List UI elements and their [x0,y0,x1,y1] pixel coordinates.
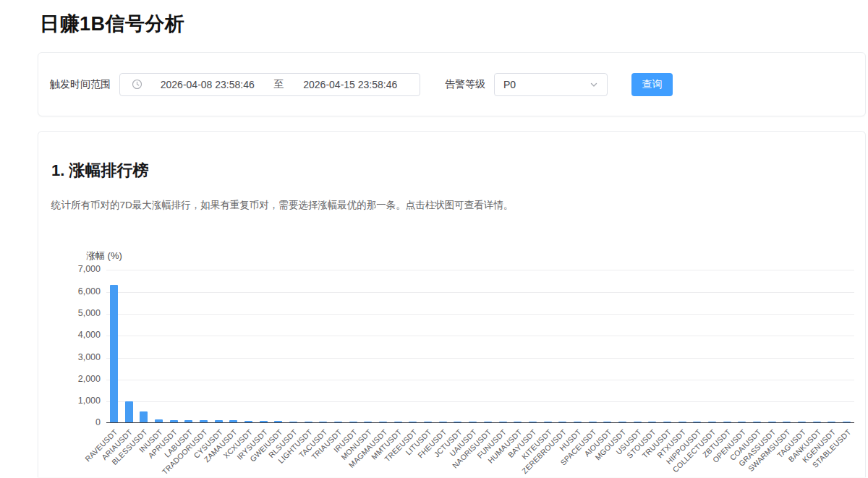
gain-ranking-chart: 涨幅 (%) 01,0002,0003,0004,0005,0006,0007,… [51,249,852,466]
bar-RLSUSDT[interactable] [289,422,297,423]
bar-ZBTUSDT[interactable] [723,422,731,422]
bar-TACUSDT[interactable] [319,422,327,423]
bar-BAYUSDT[interactable] [529,422,537,422]
alert-level-select[interactable]: P0 [494,73,608,96]
bar-RAVEUSDT[interactable] [110,285,118,423]
bar-MONUSDT[interactable] [364,422,372,422]
bar-SPACEUSDT[interactable] [589,422,597,422]
y-tick-label: 7,000 [78,264,101,274]
bar-MGOUSDT[interactable] [618,422,626,422]
gridline [106,314,854,315]
trigger-time-range-label: 触发时间范围 [50,78,111,91]
y-tick-label: 5,000 [78,308,101,318]
bar-JCTUSDT[interactable] [454,422,461,422]
bar-BLESSUSDT[interactable] [140,411,148,422]
y-tick-label: 2,000 [78,374,101,384]
bar-XCXUSDT[interactable] [244,421,252,423]
bar-COLLECTUSDT[interactable] [708,422,716,422]
gridline [106,401,854,402]
bar-FHEUSDT[interactable] [439,422,447,422]
bar-UAIUSDT[interactable] [469,422,477,422]
bar-RTXUSDT[interactable] [678,422,686,422]
y-tick-label: 0 [95,417,101,427]
page-title: 日赚1B信号分析 [40,11,868,37]
y-tick-label: 1,000 [78,396,101,406]
y-tick-label: 6,000 [78,286,101,296]
bar-USUSDT[interactable] [634,422,642,422]
date-range-separator: 至 [270,78,289,91]
bar-STABLEUSDT[interactable] [843,422,851,422]
bar-TRADOORUSDT[interactable] [200,420,208,423]
section-heading: 1. 涨幅排行榜 [51,161,852,182]
bar-ZEREBROUSDT[interactable] [558,422,566,422]
alert-level-label: 告警等级 [445,78,485,91]
gridline [106,380,854,380]
bar-LABUSDT[interactable] [184,420,192,423]
bar-KGENUSDT[interactable] [827,422,835,422]
bar-CYSUSDT[interactable] [215,420,223,422]
bar-TAGUSDT[interactable] [798,422,806,422]
gridline [106,292,854,293]
content-card: 1. 涨幅排行榜 统计所有币对的7D最大涨幅排行，如果有重复币对，需要选择涨幅最… [38,131,866,477]
bar-APRUSDT[interactable] [170,420,178,423]
bar-KITEUSDT[interactable] [544,422,552,422]
y-axis-title: 涨幅 (%) [86,249,122,263]
gridline [106,270,854,270]
start-date-value: 2026-04-08 23:58:46 [145,79,270,90]
bar-STOUSDT[interactable] [648,422,656,422]
bar-TRIAUSDT[interactable] [334,422,342,423]
bar-OPENUSDT[interactable] [738,422,746,422]
end-date-value: 2026-04-15 23:58:46 [289,79,413,90]
bar-INUSDT[interactable] [155,419,163,423]
bar-HIPPOUSDT[interactable] [693,422,701,422]
bar-SWARMSUSDT[interactable] [783,422,791,422]
bar-TRUUSDT[interactable] [663,422,671,422]
y-tick-label: 4,000 [78,330,101,340]
bar-LITUSDT[interactable] [424,422,432,422]
chart-plot-area: RAVEUSDTARIAUSDTBLESSUSDTINUSDTAPRUSDTLA… [106,270,854,423]
bar-TREEUSDT[interactable] [409,422,417,422]
gridline [106,358,854,359]
date-range-input[interactable]: 2026-04-08 23:58:46 至 2026-04-15 23:58:4… [119,73,420,96]
bar-GWEIUSDT[interactable] [274,421,282,422]
bar-ZAMAUSDT[interactable] [229,420,237,422]
bar-IRUSDT[interactable] [349,422,357,422]
bar-GRASSUSDT[interactable] [768,422,776,422]
chevron-down-icon [590,80,598,89]
query-button[interactable]: 查询 [631,73,673,96]
gridline [106,336,854,336]
bar-HUMAUSDT[interactable] [514,422,522,422]
bar-IRYSUSDT[interactable] [260,421,268,423]
y-tick-label: 3,000 [78,352,101,362]
bar-FUNUSDT[interactable] [499,422,507,422]
bar-AIOUSDT[interactable] [603,422,611,422]
bar-MAGMAUSDT[interactable] [379,422,387,422]
alert-level-selected-value: P0 [503,79,590,90]
y-axis-ticks: 01,0002,0003,0004,0005,0006,0007,000 [51,270,101,423]
bar-LIGHTUSDT[interactable] [305,422,312,423]
section-description: 统计所有币对的7D最大涨幅排行，如果有重复币对，需要选择涨幅最优的那一条。点击柱… [51,199,852,213]
bar-MMTUSDT[interactable] [394,422,402,422]
clock-icon [132,79,142,90]
bar-NAORISUSDT[interactable] [484,422,492,422]
bar-BANKUSDT[interactable] [813,422,821,422]
bar-HUSDT[interactable] [574,422,582,422]
bar-COAIUSDT[interactable] [753,422,761,422]
bar-ARIAUSDT[interactable] [125,401,133,423]
filter-card: 触发时间范围 2026-04-08 23:58:46 至 2026-04-15 … [38,52,866,116]
